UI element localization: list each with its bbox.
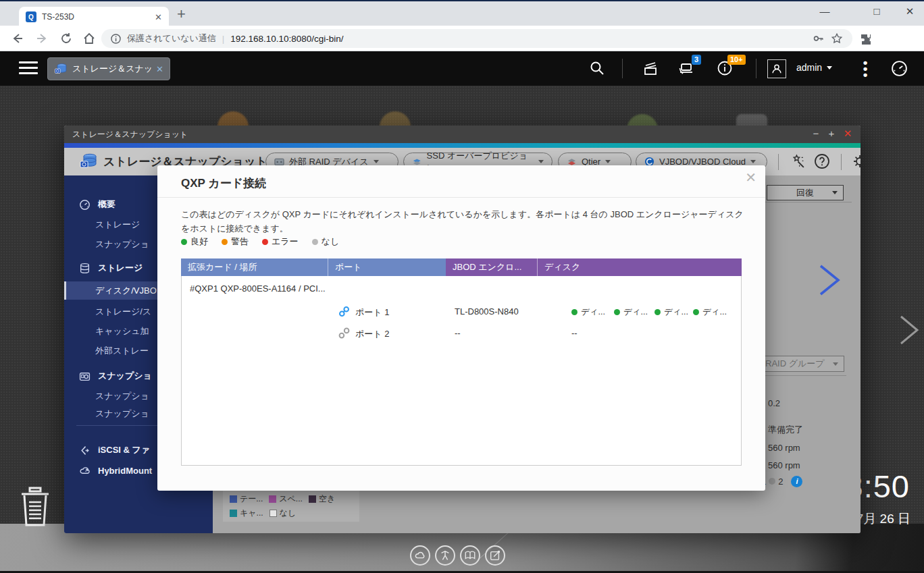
user-menu[interactable]: admin <box>796 62 832 73</box>
info-icon[interactable]: i <box>791 476 802 487</box>
legend-item: スペ... <box>269 493 303 505</box>
overview-gauge-icon <box>79 199 91 211</box>
sidebar-label: スナップショ <box>98 370 152 382</box>
home-icon[interactable] <box>82 32 96 45</box>
sidebar-label: ディスク/VJBO <box>95 285 157 297</box>
qnap-favicon: Q <box>26 11 36 22</box>
help-icon[interactable] <box>814 153 830 169</box>
raid-device-icon <box>274 158 284 166</box>
open-app-tab-label: ストレージ＆スナッ... <box>72 63 151 75</box>
status-legend: 良好 警告 エラー なし <box>181 236 339 248</box>
legend-item: なし <box>312 236 340 248</box>
dialog-title: QXP カード接続 <box>181 175 266 191</box>
column-card[interactable]: 拡張カード / 場所 <box>181 258 328 276</box>
raid-group-label: RAID グループ <box>765 358 825 370</box>
column-jbod[interactable]: JBOD エンクロ... <box>446 258 537 276</box>
settings-gear-icon[interactable] <box>852 153 861 169</box>
port1-name: ポート 1 <box>355 306 389 319</box>
feedback-icon[interactable] <box>485 545 505 566</box>
qxp-card-dialog: ✕ QXP カード接続 この表はどのディスクが QXP カードにそれぞれインスト… <box>157 165 765 491</box>
desktop-date: 7月 26 日 <box>856 510 910 528</box>
none-dot <box>312 239 318 245</box>
smart-wizard-wand-icon[interactable] <box>790 153 806 170</box>
disk-number: 2 <box>778 476 783 487</box>
iscsi-icon <box>79 445 91 456</box>
legend-item: エラー <box>262 236 299 248</box>
port2-jbod: -- <box>455 328 461 338</box>
storage-disks-icon <box>79 263 91 274</box>
window-titlebar[interactable]: ストレージ＆スナップショット − + ✕ <box>64 126 861 143</box>
column-port[interactable]: ポート <box>328 258 446 276</box>
desktop-next-arrow-icon[interactable] <box>896 314 923 346</box>
link-connected-icon <box>338 306 350 317</box>
recycle-bin-icon[interactable] <box>18 486 53 528</box>
expansion-card-row: #QXP1 QXP-800ES-A1164 / PCI... <box>190 283 326 294</box>
user-avatar-icon[interactable] <box>767 59 786 78</box>
site-info-icon[interactable] <box>111 34 121 44</box>
storage-app-icon <box>54 62 68 76</box>
new-tab-button[interactable]: + <box>177 5 186 23</box>
bookmark-star-icon[interactable] <box>831 32 843 45</box>
legend-label: エラー <box>272 236 299 248</box>
background-tasks-icon[interactable] <box>642 59 659 77</box>
disk-label: ディ... <box>623 306 648 318</box>
tab-close-icon[interactable]: ✕ <box>155 13 162 22</box>
chevron-down-icon <box>833 362 838 366</box>
more-options-icon[interactable]: ••• <box>862 59 869 78</box>
capacity-legend: テー... スペ... 空き キャ... なし <box>223 489 359 522</box>
main-menu-icon[interactable] <box>19 61 38 78</box>
recover-label: 回復 <box>796 187 814 199</box>
utilities-icon[interactable] <box>435 545 455 566</box>
qts-topbar: ストレージ＆スナッ... ✕ 3 10+ admin ••• <box>0 51 924 86</box>
disk-good-dot <box>654 309 661 315</box>
disk-good-dot <box>571 309 578 315</box>
security-label: 保護されていない通信 <box>127 32 216 45</box>
app-minimize-icon[interactable]: − <box>809 128 823 139</box>
window-close-icon[interactable]: ✕ <box>898 5 921 18</box>
legend-label: 良好 <box>190 236 208 248</box>
status-none-dot <box>769 478 775 485</box>
browser-tab[interactable]: Q TS-253D ✕ <box>19 7 169 27</box>
open-app-tab[interactable]: ストレージ＆スナッ... ✕ <box>47 57 170 80</box>
url-separator: | <box>222 34 224 44</box>
dialog-close-icon[interactable]: ✕ <box>745 169 756 186</box>
window-maximize-icon[interactable]: □ <box>865 5 888 17</box>
column-disk[interactable]: ディスク <box>537 258 742 276</box>
disk-label: ディ... <box>664 306 688 318</box>
recover-dropdown[interactable]: 回復 <box>767 185 844 200</box>
myqnapcloud-icon[interactable] <box>410 545 430 566</box>
disk-cell: ディ... <box>614 306 648 318</box>
disk-label: ディ... <box>581 306 605 318</box>
reload-icon[interactable] <box>59 32 73 45</box>
url-field[interactable]: 保護されていない通信 | 192.168.10.10:8080/cgi-bin/ <box>101 29 852 48</box>
chevron-down-icon <box>374 160 379 163</box>
app-close-icon[interactable]: ✕ <box>841 128 854 140</box>
next-page-arrow-icon[interactable] <box>815 263 844 297</box>
legend-label: 空き <box>319 493 335 505</box>
url-text: 192.168.10.10:8080/cgi-bin/ <box>230 34 806 44</box>
link-disconnected-icon <box>338 327 350 339</box>
help-book-icon[interactable] <box>460 545 480 566</box>
good-dot <box>181 239 187 245</box>
dialog-divider <box>157 197 765 198</box>
legend-label: 警告 <box>231 236 249 248</box>
status-text: 560 rpm <box>768 460 800 470</box>
dashboard-gauge-icon[interactable] <box>890 59 908 78</box>
window-minimize-icon[interactable]: — <box>813 5 836 17</box>
extensions-puzzle-icon[interactable] <box>859 32 873 46</box>
legend-item: 警告 <box>222 236 249 248</box>
forward-icon[interactable] <box>35 32 49 45</box>
disk-good-dot <box>693 309 699 315</box>
back-icon[interactable] <box>11 32 24 45</box>
password-key-icon[interactable] <box>813 32 825 45</box>
search-icon[interactable] <box>589 60 605 76</box>
info-badge: 10+ <box>727 55 746 65</box>
app-tab-close-icon[interactable]: ✕ <box>156 64 163 74</box>
app-maximize-icon[interactable]: + <box>825 128 838 139</box>
storage-snapshots-window: ストレージ＆スナップショット − + ✕ ストレージ＆スナップショット 外部 R… <box>64 126 861 533</box>
legend-label: スペ... <box>279 493 303 505</box>
dialog-description-line2: をホストに接続できます。 <box>181 223 748 235</box>
browser-tab-strip: Q TS-253D ✕ + — □ ✕ <box>0 0 924 26</box>
sidebar-label: スナップショ <box>95 390 149 402</box>
topbar-divider <box>622 59 623 78</box>
